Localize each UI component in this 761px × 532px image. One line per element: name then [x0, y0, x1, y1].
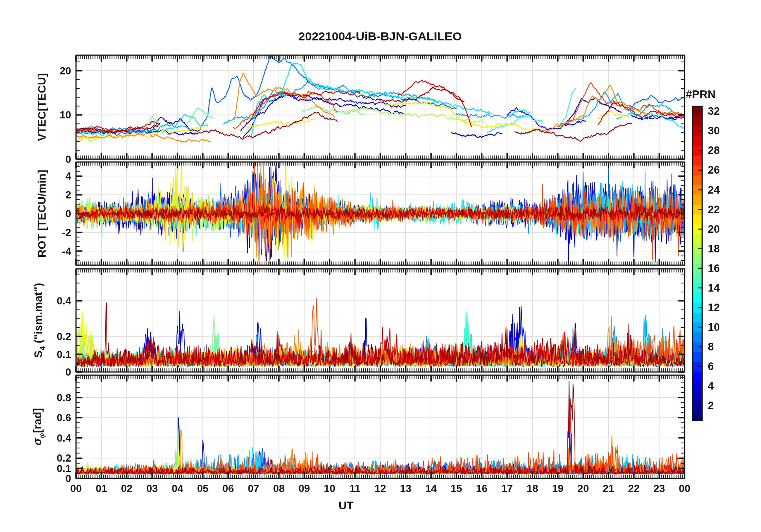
colorbar-tick-label: 32 — [708, 105, 720, 118]
colorbar-tick-label: 2 — [708, 400, 714, 412]
y-tick-label-rot: 2 — [66, 189, 71, 201]
x-tick-label: 00 — [679, 482, 691, 495]
y-tick-label-sigma: 0.8 — [57, 391, 71, 404]
y-axis-label-rot: ROT [TECU/min] — [36, 170, 48, 257]
x-tick-label: 12 — [374, 482, 386, 495]
x-tick-label: 05 — [197, 482, 208, 495]
y-axis-label-s4: S4 ("ism.mat") — [32, 283, 47, 358]
y-tick-label-vtec: 20 — [60, 64, 71, 77]
x-tick-label: 01 — [96, 482, 107, 495]
colorbar-tick-label: 16 — [708, 262, 720, 274]
x-tick-label: 16 — [476, 482, 488, 495]
colorbar-tick-label: 20 — [708, 223, 720, 235]
x-tick-label: 02 — [121, 482, 132, 495]
colorbar-tick-label: 4 — [708, 380, 714, 392]
x-tick-label: 06 — [222, 482, 234, 495]
figure: 20221004-UiB-BJN-GALILEO VTEC[TECU] ROT … — [0, 0, 761, 532]
y-tick-label-vtec: 10 — [60, 109, 71, 121]
colorbar-tick-label: 26 — [708, 164, 720, 176]
x-tick-label: 08 — [273, 482, 285, 495]
colorbar-tick-label: 10 — [708, 321, 720, 333]
x-axis-label: UT — [338, 499, 353, 512]
y-tick-label-s4: 0.4 — [57, 295, 71, 307]
x-tick-label: 19 — [552, 482, 564, 495]
x-tick-label: 23 — [653, 482, 665, 495]
y-tick-label-sigma: 0.4 — [57, 432, 71, 444]
colorbar-tick-label: 14 — [708, 282, 720, 294]
x-tick-label: 13 — [400, 482, 411, 495]
colorbar-tick-label: 8 — [708, 341, 714, 353]
x-tick-label: 11 — [349, 482, 360, 495]
x-tick-label: 17 — [501, 482, 513, 495]
x-tick-label: 21 — [603, 482, 614, 495]
y-tick-label-s4: 0 — [66, 366, 71, 378]
colorbar-tick-label: 12 — [708, 301, 720, 314]
y-tick-label-s4: 0.2 — [57, 330, 71, 343]
x-tick-label: 14 — [425, 482, 437, 495]
x-tick-label: 09 — [298, 482, 310, 495]
colorbar-tick-label: 18 — [708, 242, 720, 255]
colorbar-tick-label: 30 — [708, 125, 720, 137]
chart-canvas — [0, 0, 761, 532]
x-tick-label: 04 — [172, 482, 183, 495]
figure-title: 20221004-UiB-BJN-GALILEO — [298, 30, 462, 43]
y-tick-label-rot: -2 — [62, 226, 71, 238]
colorbar-tick-label: 22 — [708, 203, 720, 216]
x-tick-label: 20 — [577, 482, 589, 495]
x-tick-label: 03 — [146, 482, 158, 495]
colorbar-tick-label: 28 — [708, 144, 720, 157]
x-tick-label: 15 — [451, 482, 462, 495]
x-tick-label: 10 — [324, 482, 335, 495]
colorbar-title: #PRN — [686, 88, 716, 101]
y-tick-label-sigma: 0.6 — [57, 412, 71, 424]
y-tick-label-vtec: 0 — [66, 153, 71, 166]
y-tick-label-rot: 0 — [66, 208, 71, 220]
x-tick-label: 18 — [527, 482, 538, 495]
colorbar-tick-label: 24 — [708, 184, 720, 196]
x-tick-label: 00 — [70, 482, 82, 495]
x-tick-label: 07 — [248, 482, 259, 495]
y-tick-label-s4: 0.1 — [57, 348, 71, 360]
y-tick-label-sigma: 0.2 — [57, 452, 71, 464]
y-tick-label-rot: 4 — [66, 170, 71, 182]
colorbar-tick-label: 6 — [708, 360, 714, 373]
y-tick-label-rot: -4 — [62, 245, 71, 257]
y-axis-label-sigma: σφ[rad] — [31, 408, 46, 446]
y-axis-label-vtec: VTEC[TECU] — [36, 73, 48, 141]
x-tick-label: 22 — [628, 482, 640, 495]
